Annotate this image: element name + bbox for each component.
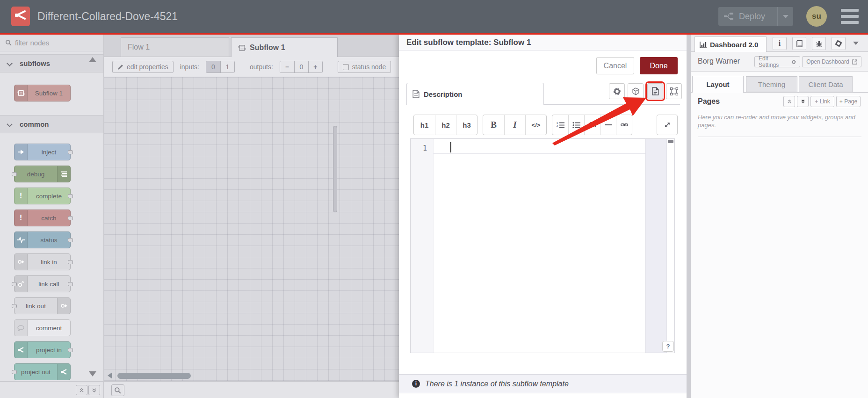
palette-collapse-all-button[interactable] [76,385,87,395]
palette-node-link-call[interactable]: link call [14,275,71,292]
horizontal-rule-button[interactable] [600,115,616,135]
tab-flow-1[interactable]: Flow 1 [121,37,229,57]
tab-description[interactable]: Description [406,83,544,105]
tab-layout[interactable]: Layout [692,76,744,93]
palette-node-catch[interactable]: ! catch [14,210,71,226]
node-label: complete [28,188,70,204]
deploy-options-button[interactable] [777,7,793,26]
palette-node-inject[interactable]: inject [14,144,71,160]
appearance-button[interactable] [666,83,682,99]
description-editor-button[interactable] [647,83,663,99]
palette-node-project-out[interactable]: project out [14,363,71,380]
scroll-down-icon [89,371,96,376]
italic-button[interactable]: I [504,115,525,135]
help-tab-button[interactable] [792,37,806,50]
canvas-scroll-left-arrow[interactable] [108,372,112,379]
outputs-stepper: − 0 + [280,61,323,73]
expand-editor-button[interactable] [657,115,677,135]
info-tab-button[interactable]: i [773,37,787,50]
node-properties-button[interactable] [609,83,625,99]
filter-nodes-input[interactable] [15,39,85,47]
collapse-pages-button[interactable] [783,96,795,107]
node-red-app: Different-Collared-Dove-4521 Deploy su [0,0,868,398]
unordered-list-button[interactable] [568,115,584,135]
expand-pages-button[interactable] [797,96,809,107]
project-icon [14,342,28,358]
editor-help-button[interactable]: ? [662,341,674,352]
canvas-horizontal-scrollbar[interactable] [117,373,191,379]
right-sidebar: Dashboard 2.0 i Borg Warner Edit Setting… [691,35,868,398]
debug-tab-button[interactable] [812,37,826,50]
palette-node-debug[interactable]: debug [14,166,71,182]
palette-node-status[interactable]: status [14,232,71,248]
add-link-button[interactable]: + Link [810,96,834,107]
cancel-button[interactable]: Cancel [596,57,634,74]
edit-settings-button[interactable]: Edit Settings [754,56,800,67]
dashboard-sub-tabs: Layout Theming Client Data [691,72,868,93]
ordered-list-button[interactable]: 12 [552,115,568,135]
output-port [68,348,73,352]
heading-button-group: h1 h2 h3 [413,115,477,135]
palette-expand-all-button[interactable] [88,385,100,395]
open-dashboard-button[interactable]: Open Dashboard [802,56,861,67]
insert-link-button[interactable] [616,115,632,135]
workspace-title: Different-Collared-Dove-4521 [37,0,178,33]
editor-scrollbar-thumb[interactable] [668,140,673,143]
main-menu-button[interactable] [841,9,859,24]
bold-button[interactable]: B [483,115,504,135]
gear-icon [835,40,842,47]
book-icon [796,40,803,47]
expand-all-icon [801,99,805,104]
expand-all-icon [92,388,97,393]
cube-icon [632,87,640,95]
tab-client-data[interactable]: Client Data [799,76,853,92]
palette-category-common[interactable]: common [0,115,103,133]
palette-node-complete[interactable]: ! complete [14,188,71,204]
scroll-up-icon [89,57,96,62]
hr-icon [605,124,612,126]
description-editor[interactable]: 1 ? [410,138,675,353]
palette-category-subflows[interactable]: subflows [0,54,103,72]
collapse-all-icon [79,388,84,393]
workspace-search-button[interactable] [111,384,124,396]
config-tab-button[interactable] [832,37,846,50]
chevron-down-icon [783,15,788,18]
palette-node-comment[interactable]: comment [14,319,71,336]
inputs-option-0[interactable]: 0 [206,61,220,72]
sidebar-tabs-menu-button[interactable] [853,42,859,45]
node-label: link in [28,254,70,270]
blockquote-button[interactable]: 66 [584,115,600,135]
module-properties-button[interactable] [628,83,644,99]
palette-filter[interactable] [0,35,103,51]
bar-chart-icon [700,42,707,48]
tab-subflow-1[interactable]: Subflow 1 [231,37,338,58]
tab-theming[interactable]: Theming [746,76,797,92]
deploy-button[interactable]: Deploy [718,7,793,26]
link-chain-icon [621,123,628,127]
palette-node-subflow-1[interactable]: Subflow 1 [14,85,71,101]
tab-dashboard-2[interactable]: Dashboard 2.0 [694,36,767,52]
h1-button[interactable]: h1 [414,115,435,135]
user-avatar[interactable]: su [806,6,827,27]
h3-button[interactable]: h3 [456,115,477,135]
add-page-button[interactable]: + Page [836,96,861,107]
done-button[interactable]: Done [640,57,678,74]
editor-scrollbar[interactable] [666,139,674,353]
palette-node-link-out[interactable]: link out [14,297,71,314]
edit-properties-button[interactable]: edit properties [112,61,174,73]
collapse-all-icon [787,99,792,104]
code-button[interactable]: </> [525,115,546,135]
outputs-decrement-button[interactable]: − [280,61,294,72]
output-port [68,150,73,154]
inputs-option-1[interactable]: 1 [220,61,234,72]
canvas-vertical-scrollbar[interactable] [333,126,337,212]
h2-button[interactable]: h2 [435,115,456,135]
outputs-increment-button[interactable]: + [308,61,322,72]
sidebar-resize-handle[interactable] [687,35,691,398]
status-node-toggle[interactable]: status node [338,61,391,73]
palette-node-project-in[interactable]: project in [14,341,71,358]
palette-node-link-in[interactable]: link in [14,253,71,270]
palette-scroll-down[interactable] [89,371,96,376]
palette-scroll-up[interactable] [89,57,96,62]
ordered-list-icon: 12 [557,122,564,129]
